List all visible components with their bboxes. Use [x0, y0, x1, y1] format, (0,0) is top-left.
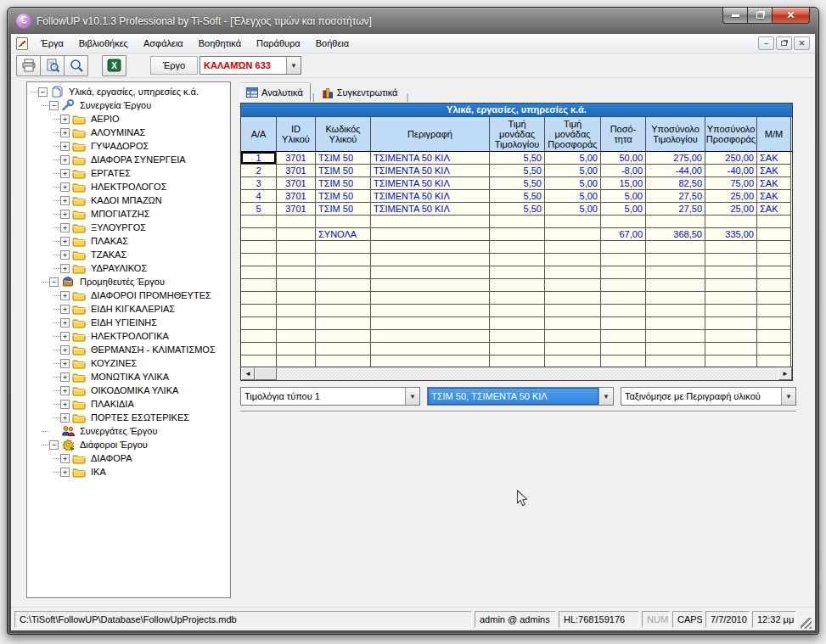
grid-empty-row-b6-cell-0[interactable]	[241, 317, 277, 330]
expand-box-icon[interactable]: +	[60, 332, 70, 341]
tree-item-3-0-label[interactable]: ΔΙΑΦΟΡΑ	[89, 453, 134, 463]
print-preview-button[interactable]	[40, 55, 65, 76]
tree-item-0-0-label[interactable]: ΑΕΡΙΟ	[89, 114, 121, 124]
grid-empty-row-a0-cell-2[interactable]	[316, 216, 371, 228]
grid-row-3-cell-5[interactable]: 5,00	[545, 190, 601, 203]
grid-empty-row-b7-cell-3[interactable]	[371, 330, 490, 343]
grid-empty-row-b0-cell-2[interactable]	[316, 241, 371, 254]
grid-row-2-cell-6[interactable]: 15,00	[601, 177, 646, 190]
grid-empty-row-b0-cell-5[interactable]	[545, 241, 601, 254]
grid-empty-row-b7-cell-5[interactable]	[545, 330, 601, 343]
grid-empty-row-b8-cell-3[interactable]	[371, 343, 490, 356]
grid-empty-row-b8-cell-9[interactable]	[757, 343, 791, 356]
grid-row-2-cell-2[interactable]: ΤΣΙΜ 50	[316, 177, 371, 190]
grid-row-1-cell-4[interactable]: 5,50	[490, 165, 545, 177]
grid-empty-row-b0-cell-7[interactable]	[646, 241, 705, 254]
grid-empty-row-b2-cell-9[interactable]	[757, 266, 791, 279]
tree-item-1-7-label[interactable]: ΟΙΚΟΔΟΜΙΚΑ ΥΛΙΚΑ	[89, 385, 180, 395]
tree-item-0-9-label[interactable]: ΠΛΑΚΑΣ	[89, 236, 130, 246]
grid-empty-row-a0-cell-1[interactable]	[277, 216, 316, 228]
grid-row-1-cell-3[interactable]: ΤΣΙΜΕΝΤΑ 50 ΚΙΛ	[371, 165, 490, 177]
expand-box-icon[interactable]: +	[60, 237, 70, 246]
expand-box-icon[interactable]: +	[60, 142, 70, 151]
grid-empty-row-b7-cell-9[interactable]	[757, 330, 791, 343]
expand-box-icon[interactable]: +	[60, 345, 70, 355]
grid-empty-row-b8-cell-1[interactable]	[277, 343, 316, 356]
close-button[interactable]: ✕	[772, 8, 810, 24]
grid-empty-row-b3-cell-7[interactable]	[646, 279, 705, 292]
grid-empty-row-b5-cell-2[interactable]	[316, 305, 371, 317]
expand-box-icon[interactable]: +	[60, 359, 70, 368]
tree-item-root-label[interactable]: Υλικά, εργασίες, υπηρεσίες κ.ά.	[67, 87, 200, 97]
grid-empty-row-b6-cell-4[interactable]	[490, 317, 545, 330]
grid-empty-row-b9-cell-9[interactable]	[757, 356, 791, 367]
grid-empty-row-b4-cell-7[interactable]	[646, 292, 705, 305]
grid-empty-row-b5-cell-4[interactable]	[490, 305, 545, 317]
search-button[interactable]	[64, 55, 88, 76]
menu-item-2[interactable]: Ασφάλεια	[136, 36, 191, 51]
grid-empty-row-b5-cell-3[interactable]	[371, 305, 490, 317]
project-combobox[interactable]: ΚΑΛΑΜΏΝ 633 ▼	[199, 56, 301, 75]
grid-empty-row-b0-cell-1[interactable]	[277, 241, 316, 254]
invoice-type-arrow[interactable]: ▼	[405, 388, 419, 405]
grid-empty-row-a0-cell-7[interactable]	[646, 216, 705, 228]
tree-item-0-10-label[interactable]: ΤΖΑΚΑΣ	[89, 249, 128, 260]
grid-row-4-cell-5[interactable]: 5,00	[545, 203, 601, 216]
grid-empty-row-b4-cell-0[interactable]	[241, 292, 277, 305]
grid-row-0-cell-0[interactable]: 1	[241, 152, 277, 165]
expand-box-icon[interactable]: +	[60, 386, 70, 395]
grid-empty-row-b8-cell-8[interactable]	[705, 343, 757, 356]
grid-empty-row-b9-cell-6[interactable]	[601, 356, 646, 367]
tree-item-1-8-label[interactable]: ΠΛΑΚΙΔΙΑ	[89, 399, 136, 409]
tree-item-1-9-label[interactable]: ΠΟΡΤΕΣ ΕΣΩΤΕΡΙΚΕΣ	[89, 412, 191, 423]
grid-totals-row-cell-3[interactable]	[371, 228, 490, 241]
grid-row-3-cell-3[interactable]: ΤΣΙΜΕΝΤΑ 50 ΚΙΛ	[371, 190, 490, 203]
grid-row-4-cell-8[interactable]: 25,00	[705, 203, 757, 216]
material-combobox[interactable]: ΤΣΙΜ 50, ΤΣΙΜΕΝΤΑ 50 ΚΙΛ ▼	[427, 387, 614, 406]
grid-row-4-cell-3[interactable]: ΤΣΙΜΕΝΤΑ 50 ΚΙΛ	[371, 203, 490, 216]
grid-empty-row-b6-cell-3[interactable]	[371, 317, 490, 330]
grid-empty-row-a0-cell-4[interactable]	[490, 216, 545, 228]
tree-item-1-0-label[interactable]: ΔΙΑΦΟΡΟΙ ΠΡΟΜΗΘΕΥΤΕΣ	[89, 290, 213, 300]
grid-empty-row-b5-cell-6[interactable]	[601, 305, 646, 317]
sort-arrow[interactable]: ▼	[781, 388, 795, 405]
grid-empty-row-b6-cell-2[interactable]	[316, 317, 371, 330]
grid-empty-row-a0-cell-6[interactable]	[601, 216, 646, 228]
grid-empty-row-b1-cell-6[interactable]	[601, 254, 646, 266]
grid-empty-row-b2-cell-8[interactable]	[705, 266, 757, 279]
grid-empty-row-b1-cell-2[interactable]	[316, 254, 371, 266]
grid-empty-row-b9-cell-3[interactable]	[371, 356, 490, 367]
grid-empty-row-b7-cell-2[interactable]	[316, 330, 371, 343]
grid-row-1-cell-2[interactable]: ΤΣΙΜ 50	[316, 165, 371, 177]
grid-empty-row-b9-cell-4[interactable]	[490, 356, 545, 367]
grid-row-1-cell-8[interactable]: -40,00	[705, 165, 757, 177]
expand-box-icon[interactable]: +	[60, 468, 70, 477]
grid-empty-row-b4-cell-8[interactable]	[705, 292, 757, 305]
grid-empty-row-b4-cell-9[interactable]	[757, 292, 791, 305]
grid-empty-row-b5-cell-9[interactable]	[757, 305, 791, 317]
grid-empty-row-b7-cell-0[interactable]	[241, 330, 277, 343]
tree-item-1-3-label[interactable]: ΗΛΕΚΤΡΟΛΟΓΙΚΑ	[89, 331, 171, 341]
expand-box-icon[interactable]: +	[60, 223, 70, 232]
grid-empty-row-b1-cell-8[interactable]	[705, 254, 757, 266]
tree-item-0-8-label[interactable]: ΞΥΛΟΥΡΓΟΣ	[89, 222, 148, 232]
grid-row-4-cell-1[interactable]: 3701	[277, 203, 316, 216]
grid-empty-row-b9-cell-5[interactable]	[545, 356, 601, 367]
grid-empty-row-b4-cell-6[interactable]	[601, 292, 646, 305]
tree-item-0-3-label[interactable]: ΔΙΑΦΟΡΑ ΣΥΝΕΡΓΕΙΑ	[89, 154, 188, 165]
grid-row-0-cell-6[interactable]: 50,00	[601, 152, 646, 165]
grid-empty-row-b1-cell-0[interactable]	[241, 254, 277, 266]
grid-empty-row-b6-cell-6[interactable]	[601, 317, 646, 330]
expand-box-icon[interactable]: +	[60, 400, 70, 409]
menu-item-4[interactable]: Παράθυρα	[249, 36, 308, 51]
grid-row-4-cell-9[interactable]: ΣΑΚ	[757, 203, 791, 216]
menu-item-0[interactable]: Έργα	[33, 36, 71, 51]
grid-row-1-cell-7[interactable]: -44,00	[646, 165, 705, 177]
grid-empty-row-b9-cell-0[interactable]	[241, 356, 277, 367]
grid-empty-row-b0-cell-9[interactable]	[757, 241, 791, 254]
grid-row-2-cell-1[interactable]: 3701	[277, 177, 316, 190]
expand-box-icon[interactable]: +	[60, 454, 70, 463]
grid-empty-row-b0-cell-8[interactable]	[705, 241, 757, 254]
grid-row-3-cell-9[interactable]: ΣΑΚ	[757, 190, 791, 203]
expand-box-icon[interactable]: +	[60, 291, 70, 300]
